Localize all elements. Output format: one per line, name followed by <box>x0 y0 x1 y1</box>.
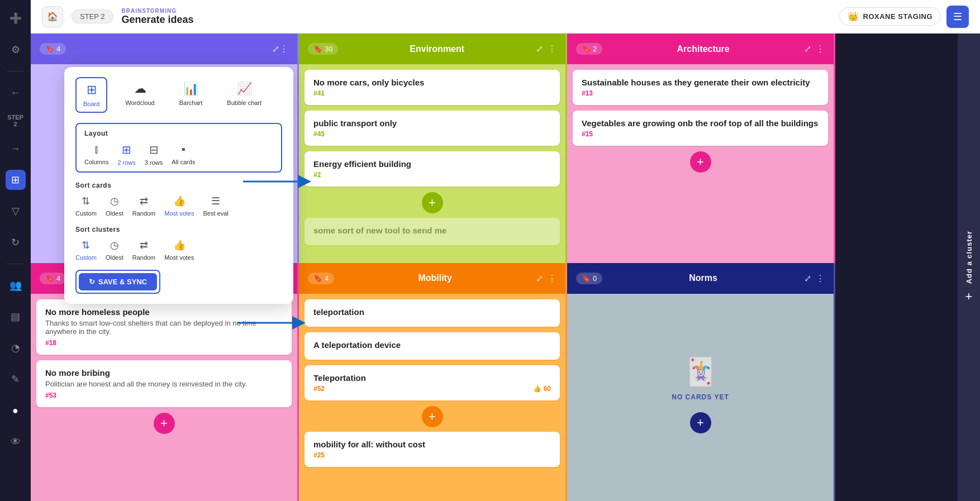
card-mob-1: teleportation <box>305 299 560 327</box>
layers-icon[interactable]: ▤ <box>6 307 26 327</box>
card-pink-2-desc: Politician are honest and all the money … <box>45 380 283 388</box>
settings-icon[interactable]: ⚙ <box>6 40 26 60</box>
env-count: 30 <box>325 45 332 53</box>
add-cluster-icon[interactable]: + <box>965 289 973 304</box>
3rows-layout-label: 3 rows <box>145 159 163 166</box>
menu-button[interactable]: ☰ <box>946 6 969 28</box>
sort-cards-custom[interactable]: ⇅ Custom <box>75 195 97 217</box>
mob-expand-icon[interactable]: ⤢ <box>536 273 543 284</box>
add-card-mob-button[interactable]: + <box>422 406 443 427</box>
layout-3rows[interactable]: ⊟ 3 rows <box>145 143 163 166</box>
sort-clusters-random[interactable]: ⇄ Random <box>132 239 156 261</box>
arch-expand-icon[interactable]: ⤢ <box>804 44 811 54</box>
card-env-2-id: #45 <box>313 130 551 138</box>
edit-icon[interactable]: ✎ <box>6 369 26 389</box>
sort-clusters-oldest[interactable]: ◷ Oldest <box>106 239 123 261</box>
add-card-arch-button[interactable]: + <box>690 151 711 173</box>
sort-clusters-random-icon: ⇄ <box>140 239 148 251</box>
sort-cards-oldest[interactable]: ◷ Oldest <box>106 195 123 217</box>
norms-title: Norms <box>602 273 804 283</box>
card-mob-3-votes: 👍 60 <box>533 385 551 393</box>
save-sync-button[interactable]: ↻ SAVE & SYNC <box>79 273 157 290</box>
wordcloud-view-label: Wordcloud <box>125 99 154 106</box>
card-arch-1: Sustainable houses as they generate thei… <box>573 70 828 105</box>
sort-cards-mostvotes[interactable]: 👍 Most votes <box>164 195 194 217</box>
card-env-1: No more cars, only bicycles #41 <box>305 70 560 105</box>
card-mob-4-title: mobility for all: without cost <box>313 440 551 449</box>
user-crown-icon: 👑 <box>848 11 859 22</box>
bubblechart-view-icon: 📈 <box>237 82 252 96</box>
env-title: Environment <box>338 44 536 54</box>
sort-cards-custom-label: Custom <box>75 210 97 217</box>
sort-cards-besteval[interactable]: ☰ Best eval <box>203 195 228 217</box>
board-view-btn[interactable]: ⊞ Board <box>75 77 107 113</box>
sort-cards-mostvotes-label: Most votes <box>164 210 194 217</box>
culture-menu-icon[interactable]: ⋮ <box>279 44 288 54</box>
cluster-architecture-header: 🔖2 Architecture ⤢ ⋮ <box>567 34 834 64</box>
card-env-3: Energy efficient building #2 <box>305 151 560 187</box>
card-pink-1-id: #18 <box>45 339 283 347</box>
sort-cards-random-label: Random <box>132 210 156 217</box>
culture-expand-icon[interactable]: ⤢ <box>272 44 279 54</box>
sort-cards-options: ⇅ Custom ◷ Oldest ⇄ Random 👍 <box>75 195 282 217</box>
sort-clusters-oldest-label: Oldest <box>106 254 123 261</box>
layout-2rows[interactable]: ⊞ 2 rows <box>117 143 135 166</box>
env-expand-icon[interactable]: ⤢ <box>536 44 543 54</box>
barchart-view-btn[interactable]: 📊 Barchart <box>173 77 210 113</box>
main-title: Generate ideas <box>122 14 194 26</box>
cluster-norms: 🔖0 Norms ⤢ ⋮ 🃏 NO CARDS YET <box>567 263 835 501</box>
wordcloud-view-icon: ☁ <box>134 82 146 96</box>
users-icon[interactable]: 👥 <box>6 275 26 295</box>
sort-clusters-oldest-icon: ◷ <box>110 239 119 251</box>
wordcloud-view-btn[interactable]: ☁ Wordcloud <box>118 77 161 113</box>
card-arch-1-id: #13 <box>582 89 819 97</box>
arch-menu-icon[interactable]: ⋮ <box>816 44 825 54</box>
mob-count: 4 <box>325 274 329 283</box>
norms-expand-icon[interactable]: ⤢ <box>804 273 811 284</box>
bubblechart-view-btn[interactable]: 📈 Bubble chart <box>220 77 268 113</box>
section-label: BRAINSTORMING <box>122 8 194 14</box>
filter-icon[interactable]: ▽ <box>6 201 26 221</box>
back-icon[interactable]: ← <box>6 83 26 103</box>
home-button[interactable]: 🏠 <box>42 6 63 27</box>
user-badge[interactable]: 👑 ROXANE STAGING <box>839 7 941 26</box>
norms-count-badge: 🔖0 <box>576 273 602 284</box>
arch-count-badge: 🔖2 <box>576 43 602 55</box>
cluster-culture-header: 🔖4 ⤢ ⋮ <box>31 34 297 64</box>
sort-cards-besteval-label: Best eval <box>203 210 228 217</box>
layout-options: ⫿ Columns ⊞ 2 rows ⊟ 3 rows ▪ <box>84 143 273 166</box>
sort-cards-random[interactable]: ⇄ Random <box>132 195 156 217</box>
sort-clusters-mostvotes[interactable]: 👍 Most votes <box>164 239 194 261</box>
refresh-icon[interactable]: ↻ <box>6 232 26 252</box>
forward-icon[interactable]: → <box>6 139 26 159</box>
mob-menu-icon[interactable]: ⋮ <box>548 273 556 284</box>
no-cards-label: NO CARDS YET <box>672 393 729 401</box>
sort-clusters-custom[interactable]: ⇅ Custom <box>75 239 97 261</box>
add-card-env-button[interactable]: + <box>422 192 443 213</box>
right-sidebar[interactable]: Add a cluster + <box>958 34 980 501</box>
eye-icon[interactable]: 👁 <box>6 432 26 452</box>
board-icon[interactable]: ⊞ <box>6 170 26 190</box>
no-cards-icon: 🃏 <box>684 356 717 388</box>
card-env-4-title: some sort of new tool to send me <box>313 226 551 235</box>
plus-icon[interactable]: ➕ <box>6 8 26 28</box>
card-mob-3: Teleportation #52 👍 60 <box>305 365 560 400</box>
layout-section: Layout ⫿ Columns ⊞ 2 rows ⊟ 3 rows <box>75 123 282 173</box>
card-mob-4: mobility for all: without cost #25 <box>305 432 560 467</box>
2rows-layout-label: 2 rows <box>117 159 135 166</box>
add-card-norms-button[interactable]: + <box>690 412 711 433</box>
arch-title: Architecture <box>602 44 804 54</box>
history-icon[interactable]: ◔ <box>6 338 26 358</box>
env-menu-icon[interactable]: ⋮ <box>548 44 556 54</box>
board-view-label: Board <box>83 101 99 107</box>
pink-count-badge: 🔖4 <box>40 273 66 284</box>
add-cluster-label: Add a cluster <box>965 231 973 284</box>
layout-columns[interactable]: ⫿ Columns <box>84 143 108 166</box>
layout-allcards[interactable]: ▪ All cards <box>172 143 195 166</box>
view-type-row: ⊞ Board ☁ Wordcloud 📊 Barchart 📈 Bubble … <box>75 77 282 113</box>
dot-icon[interactable]: ● <box>6 400 26 421</box>
board-area: 🔖4 ⤢ ⋮ 🔖 <box>31 34 980 501</box>
norms-menu-icon[interactable]: ⋮ <box>816 273 825 284</box>
sort-clusters-custom-icon: ⇅ <box>82 239 90 251</box>
add-card-pink-button[interactable]: + <box>154 413 175 434</box>
